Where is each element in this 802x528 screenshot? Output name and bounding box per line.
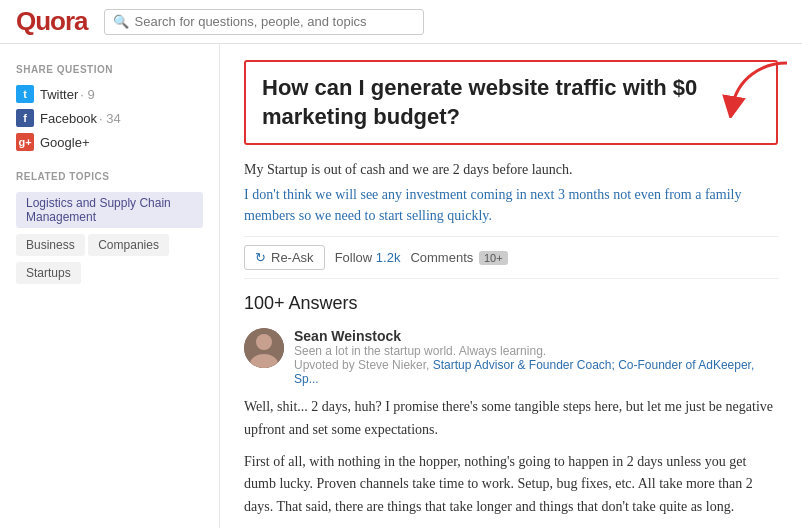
upvoted-by: Upvoted by Steve Nieker, Startup Advisor…	[294, 358, 778, 386]
related-topics: Logistics and Supply Chain Management Bu…	[16, 192, 203, 290]
share-google[interactable]: g+ Google+	[16, 133, 203, 151]
question-body-line2: I don't think we will see any investment…	[244, 184, 778, 226]
facebook-label: Facebook	[40, 111, 97, 126]
twitter-label: Twitter	[40, 87, 78, 102]
header: Quora 🔍	[0, 0, 802, 44]
comments-count: 10+	[479, 251, 508, 265]
question-body: My Startup is out of cash and we are 2 d…	[244, 159, 778, 226]
page-layout: SHARE QUESTION t Twitter · 9 f Facebook …	[0, 44, 802, 528]
main-content: How can I generate website traffic with …	[220, 44, 802, 528]
twitter-count: · 9	[80, 87, 94, 102]
follow-count: 1.2k	[376, 250, 401, 265]
follow-label: Follow	[335, 250, 373, 265]
comments-link[interactable]: Comments 10+	[410, 250, 507, 265]
facebook-count: · 34	[99, 111, 121, 126]
question-title: How can I generate website traffic with …	[262, 74, 760, 131]
author-bio: Seen a lot in the startup world. Always …	[294, 344, 778, 358]
question-box: How can I generate website traffic with …	[244, 60, 778, 145]
answer-text: Well, shit... 2 days, huh? I promise the…	[244, 396, 778, 518]
author-info: Sean Weinstock Seen a lot in the startup…	[294, 328, 778, 388]
svg-point-1	[256, 334, 272, 350]
action-bar: ↻ Re-Ask Follow 1.2k Comments 10+	[244, 236, 778, 279]
share-twitter[interactable]: t Twitter · 9	[16, 85, 203, 103]
avatar	[244, 328, 284, 368]
topic-startups[interactable]: Startups	[16, 262, 81, 284]
answer-item: Sean Weinstock Seen a lot in the startup…	[244, 328, 778, 518]
search-bar[interactable]: 🔍	[104, 9, 424, 35]
twitter-icon: t	[16, 85, 34, 103]
facebook-icon: f	[16, 109, 34, 127]
reask-label: Re-Ask	[271, 250, 314, 265]
answer-para1: Well, shit... 2 days, huh? I promise the…	[244, 396, 778, 441]
reask-button[interactable]: ↻ Re-Ask	[244, 245, 325, 270]
share-section-title: SHARE QUESTION	[16, 64, 203, 75]
answer-para2: First of all, with nothing in the hopper…	[244, 451, 778, 518]
share-items: t Twitter · 9 f Facebook · 34 g+ Google+	[16, 85, 203, 151]
author-name: Sean Weinstock	[294, 328, 778, 344]
question-body-line1: My Startup is out of cash and we are 2 d…	[244, 159, 778, 180]
share-facebook[interactable]: f Facebook · 34	[16, 109, 203, 127]
search-input[interactable]	[135, 14, 415, 29]
comments-label: Comments	[410, 250, 473, 265]
google-label: Google+	[40, 135, 90, 150]
answers-header: 100+ Answers	[244, 293, 778, 314]
topic-companies[interactable]: Companies	[88, 234, 169, 256]
topic-business[interactable]: Business	[16, 234, 85, 256]
follow-button[interactable]: Follow 1.2k	[335, 250, 401, 265]
reask-icon: ↻	[255, 250, 266, 265]
related-topics-title: RELATED TOPICS	[16, 171, 203, 182]
google-icon: g+	[16, 133, 34, 151]
quora-logo: Quora	[16, 6, 88, 37]
avatar-image	[244, 328, 284, 368]
answer-author-row: Sean Weinstock Seen a lot in the startup…	[244, 328, 778, 388]
question-body-blue: I don't think we will see any investment…	[244, 187, 742, 223]
topic-logistics[interactable]: Logistics and Supply Chain Management	[16, 192, 203, 228]
search-icon: 🔍	[113, 14, 129, 30]
sidebar: SHARE QUESTION t Twitter · 9 f Facebook …	[0, 44, 220, 528]
